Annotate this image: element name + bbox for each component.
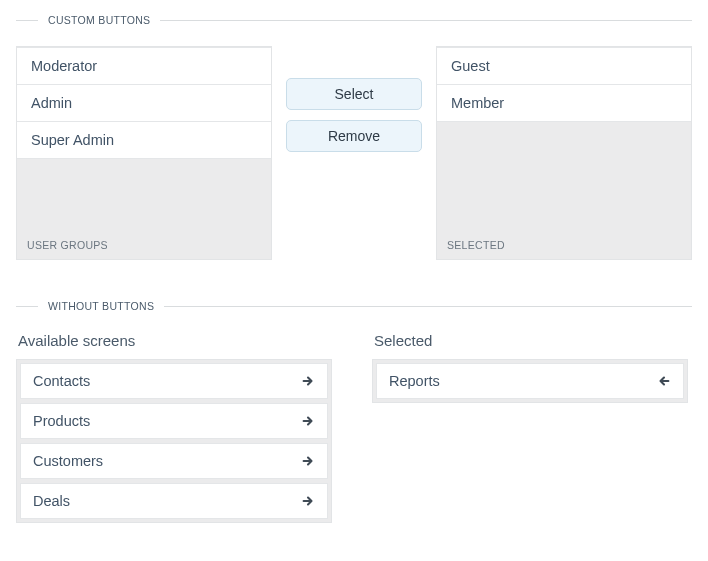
list-item[interactable]: Contacts	[20, 363, 328, 399]
arrow-left-icon	[657, 374, 671, 388]
list-item-label: Customers	[33, 453, 103, 469]
without-buttons-section: WITHOUT BUTTONS Available screens Contac…	[16, 300, 692, 523]
remove-button[interactable]: Remove	[286, 120, 422, 152]
list-item-label: Reports	[389, 373, 440, 389]
list-item-label: Products	[33, 413, 90, 429]
panel-label: SELECTED	[447, 239, 505, 251]
list-item-label: Deals	[33, 493, 70, 509]
list-item[interactable]: Products	[20, 403, 328, 439]
fieldset-legend-row: WITHOUT BUTTONS	[16, 300, 692, 312]
list-item[interactable]: Guest	[437, 47, 691, 85]
list-item[interactable]: Deals	[20, 483, 328, 519]
arrow-right-icon	[301, 374, 315, 388]
available-screens-panel: Contacts Products Customers	[16, 359, 332, 523]
arrow-right-icon	[301, 494, 315, 508]
divider	[16, 20, 38, 21]
divider	[164, 306, 692, 307]
available-screens-column: Available screens Contacts Products Cust…	[16, 332, 332, 523]
list-item[interactable]: Customers	[20, 443, 328, 479]
selected-column: Selected Reports	[372, 332, 688, 403]
column-header: Available screens	[16, 332, 332, 349]
list-item[interactable]: Reports	[376, 363, 684, 399]
select-button[interactable]: Select	[286, 78, 422, 110]
user-groups-panel: Moderator Admin Super Admin USER GROUPS	[16, 46, 272, 260]
list-item-label: Contacts	[33, 373, 90, 389]
divider	[160, 20, 692, 21]
list-item[interactable]: Admin	[17, 84, 271, 122]
arrow-right-icon	[301, 454, 315, 468]
selected-screens-panel: Reports	[372, 359, 688, 403]
column-header: Selected	[372, 332, 688, 349]
transfer-buttons: Select Remove	[286, 46, 422, 152]
arrow-right-icon	[301, 414, 315, 428]
fieldset-legend: WITHOUT BUTTONS	[38, 300, 164, 312]
list-item[interactable]: Super Admin	[17, 121, 271, 159]
divider	[16, 306, 38, 307]
fieldset-legend: CUSTOM BUTTONS	[38, 14, 160, 26]
fieldset-legend-row: CUSTOM BUTTONS	[16, 14, 692, 26]
custom-buttons-section: CUSTOM BUTTONS Moderator Admin Super Adm…	[16, 14, 692, 260]
list-item[interactable]: Member	[437, 84, 691, 122]
selected-panel: Guest Member SELECTED	[436, 46, 692, 260]
panel-label: USER GROUPS	[27, 239, 108, 251]
list-item[interactable]: Moderator	[17, 47, 271, 85]
